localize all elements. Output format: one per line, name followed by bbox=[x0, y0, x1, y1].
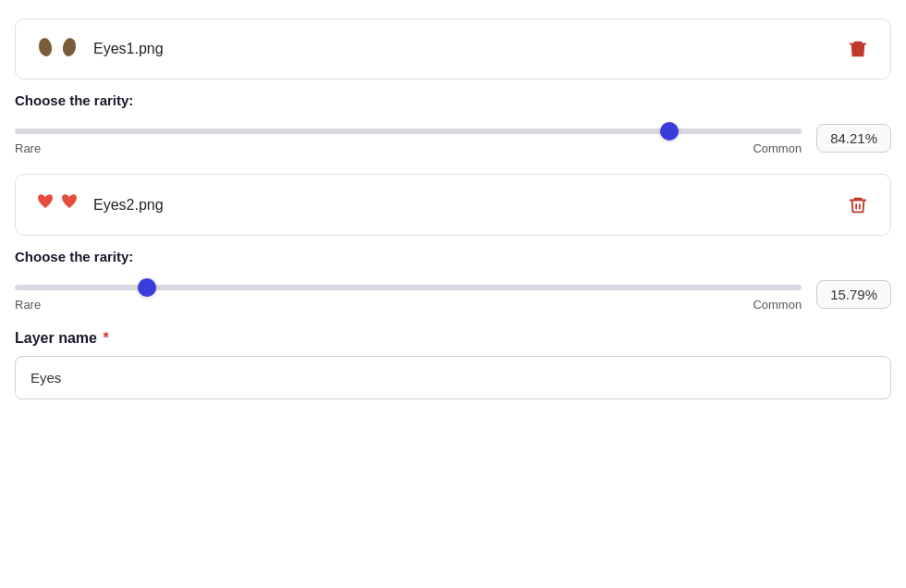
file-card-eyes1: Eyes1.png bbox=[15, 18, 891, 80]
trash-icon-eyes2 bbox=[848, 195, 868, 215]
eyes1-icon bbox=[34, 34, 80, 64]
rarity-label-eyes2: Choose the rarity: bbox=[15, 249, 891, 264]
svg-point-1 bbox=[61, 37, 77, 57]
file-name-eyes2: Eyes2.png bbox=[93, 197, 164, 214]
rare-label-eyes1: Rare bbox=[15, 141, 41, 155]
rarity-slider-eyes1[interactable] bbox=[15, 129, 802, 134]
delete-button-eyes2[interactable] bbox=[844, 191, 872, 219]
percentage-badge-eyes1: 84.21% bbox=[816, 124, 891, 153]
common-label-eyes1: Common bbox=[753, 141, 802, 155]
file-name-eyes1: Eyes1.png bbox=[93, 41, 164, 57]
rarity-label-eyes1: Choose the rarity: bbox=[15, 92, 891, 108]
file-card-left-eyes1: Eyes1.png bbox=[34, 34, 164, 64]
common-label-eyes2: Common bbox=[753, 298, 802, 312]
file-card-eyes2: Eyes2.png bbox=[15, 174, 891, 236]
rare-label-eyes2: Rare bbox=[15, 298, 41, 312]
heart-eyes-svg bbox=[34, 190, 80, 215]
percentage-badge-eyes2: 15.79% bbox=[816, 280, 891, 309]
layer-name-section: Layer name * bbox=[15, 330, 891, 399]
layer-name-label: Layer name * bbox=[15, 330, 891, 347]
slider-row-eyes1: Rare Common 84.21% bbox=[15, 121, 891, 155]
eyes2-icon bbox=[34, 190, 80, 220]
slider-labels-eyes2: Rare Common bbox=[15, 298, 802, 312]
slider-labels-eyes1: Rare Common bbox=[15, 141, 802, 155]
slider-row-eyes2: Rare Common 15.79% bbox=[15, 277, 891, 312]
file-card-left-eyes2: Eyes2.png bbox=[34, 190, 164, 220]
rarity-section-eyes2: Choose the rarity: Rare Common 15.79% bbox=[15, 249, 891, 312]
brown-eyes-svg bbox=[34, 34, 80, 60]
rarity-section-eyes1: Choose the rarity: Rare Common 84.21% bbox=[15, 92, 891, 155]
svg-point-0 bbox=[37, 37, 53, 57]
layer-name-input[interactable] bbox=[15, 356, 891, 399]
delete-button-eyes1[interactable] bbox=[844, 35, 872, 63]
rarity-slider-eyes2[interactable] bbox=[15, 285, 802, 290]
slider-wrapper-eyes2: Rare Common bbox=[15, 277, 802, 312]
slider-wrapper-eyes1: Rare Common bbox=[15, 121, 802, 155]
required-star: * bbox=[99, 330, 109, 346]
trash-icon-eyes1 bbox=[848, 39, 868, 59]
